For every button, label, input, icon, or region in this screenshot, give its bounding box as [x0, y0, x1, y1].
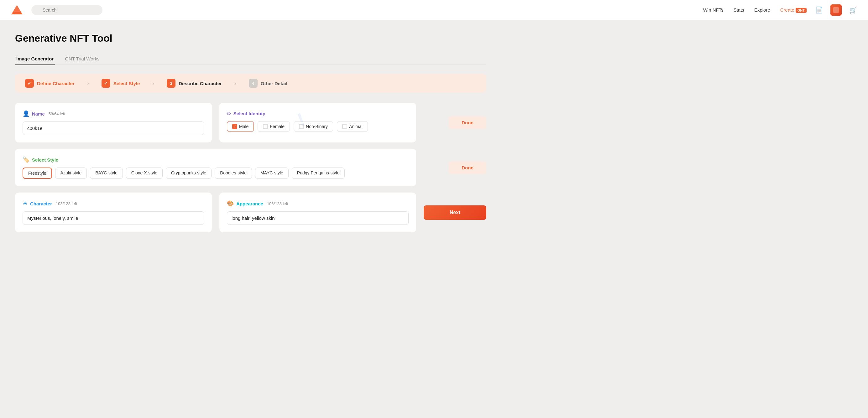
search-container: 🔍 [31, 5, 102, 15]
style-done-panel: Done [424, 149, 486, 186]
step-2-label: Select Style [114, 81, 140, 86]
next-panel: Next [424, 193, 486, 232]
style-pudgy[interactable]: Pudgy Penguins-style [292, 168, 345, 179]
nav-win-nfts[interactable]: Win NFTs [703, 7, 723, 12]
identity-card: ! ∞ Select Identity ✓ Male Female Non-Bi… [219, 103, 416, 142]
style-icon: 🏷️ [23, 156, 29, 163]
character-icon: ☀ [23, 200, 28, 207]
animal-checkbox[interactable] [342, 124, 347, 129]
character-header: ☀ Character 103/128 left [23, 200, 204, 207]
identity-icon: ∞ [227, 110, 231, 117]
page-title: Generative NFT Tool [15, 33, 486, 44]
step-1-label: Define Character [37, 81, 74, 86]
identity-done-panel: Done [424, 103, 486, 142]
appearance-icon: 🎨 [227, 200, 234, 207]
appearance-title: Appearance [236, 201, 263, 206]
char-appear-row: ☀ Character 103/128 left 🎨 Appearance 10… [15, 193, 486, 232]
name-input[interactable] [23, 121, 204, 135]
male-checkbox[interactable]: ✓ [232, 124, 237, 129]
next-button[interactable]: Next [424, 205, 486, 220]
nonbinary-label: Non-Binary [306, 124, 328, 129]
female-checkbox[interactable] [263, 124, 268, 129]
name-icon: 👤 [23, 110, 29, 117]
step-1-check: ✓ [25, 79, 34, 88]
identity-nonbinary[interactable]: Non-Binary [293, 121, 333, 132]
nav-icons: 📄 🛒 [814, 4, 858, 16]
step-2[interactable]: ✓ Select Style [101, 79, 140, 88]
appearance-header: 🎨 Appearance 106/128 left [227, 200, 409, 207]
name-card: 👤 Name 58/64 left [15, 103, 212, 142]
style-done-button[interactable]: Done [449, 161, 486, 174]
character-input[interactable] [23, 211, 204, 225]
name-counter: 58/64 left [49, 111, 65, 116]
style-row: 🏷️ Select Style Freestyle Azuki-style BA… [15, 149, 486, 186]
step-4[interactable]: 4 Other Detail [249, 79, 287, 88]
identity-title: Select Identity [234, 111, 266, 116]
name-title: Name [32, 111, 45, 116]
svg-rect-3 [833, 7, 839, 13]
name-header: 👤 Name 58/64 left [23, 110, 204, 117]
step-3[interactable]: 3 Describe Character [167, 79, 222, 88]
tab-gnt-trial-works[interactable]: GNT Trial Works [64, 53, 101, 65]
step-3-num: 3 [167, 79, 176, 88]
nav-create[interactable]: CreateGNT [780, 7, 807, 12]
identity-done-button[interactable]: Done [449, 116, 486, 129]
tabs: Image Generator GNT Trial Works [15, 53, 486, 65]
step-sep-1: › [87, 80, 89, 87]
tab-image-generator[interactable]: Image Generator [15, 53, 55, 65]
style-mayc[interactable]: MAYC-style [255, 168, 288, 179]
appearance-card: 🎨 Appearance 106/128 left [219, 193, 416, 232]
search-input[interactable] [31, 5, 102, 15]
name-identity-row: 👤 Name 58/64 left ! ∞ Select Identity ✓ … [15, 103, 486, 142]
style-doodles[interactable]: Doodles-style [215, 168, 252, 179]
style-cryptopunks[interactable]: Cryptopunks-style [166, 168, 212, 179]
steps-bar: ✓ Define Character › ✓ Select Style › 3 … [15, 74, 486, 93]
style-freestyle[interactable]: Freestyle [23, 168, 52, 179]
identity-header: ∞ Select Identity [227, 110, 409, 117]
character-card: ☀ Character 103/128 left [15, 193, 212, 232]
avatar[interactable] [830, 4, 842, 16]
step-3-label: Describe Character [179, 81, 222, 86]
cart-icon[interactable]: 🛒 [848, 5, 858, 15]
gnt-badge: GNT [796, 8, 807, 13]
step-1[interactable]: ✓ Define Character [25, 79, 74, 88]
step-2-check: ✓ [101, 79, 110, 88]
identity-options: ✓ Male Female Non-Binary Animal [227, 121, 409, 132]
nav-stats[interactable]: Stats [734, 7, 744, 12]
style-options: Freestyle Azuki-style BAYC-style Clone X… [23, 168, 409, 179]
style-title: Select Style [32, 157, 58, 163]
identity-animal[interactable]: Animal [337, 121, 368, 132]
nonbinary-checkbox[interactable] [299, 124, 304, 129]
style-bayc[interactable]: BAYC-style [90, 168, 123, 179]
logo[interactable] [10, 3, 24, 17]
document-icon[interactable]: 📄 [814, 5, 824, 15]
appearance-counter: 106/128 left [267, 201, 288, 206]
svg-rect-2 [13, 12, 21, 14]
style-card: 🏷️ Select Style Freestyle Azuki-style BA… [15, 149, 416, 186]
animal-label: Animal [349, 124, 363, 129]
nav-explore[interactable]: Explore [754, 7, 770, 12]
step-4-label: Other Detail [261, 81, 287, 86]
male-label: Male [239, 124, 248, 129]
style-clonex[interactable]: Clone X-style [126, 168, 163, 179]
nav-links: Win NFTs Stats Explore CreateGNT [703, 7, 807, 12]
step-sep-3: › [235, 80, 236, 87]
style-azuki[interactable]: Azuki-style [55, 168, 87, 179]
character-title: Character [30, 201, 52, 206]
female-label: Female [270, 124, 284, 129]
identity-male[interactable]: ✓ Male [227, 121, 254, 132]
character-counter: 103/128 left [56, 201, 77, 206]
style-header: 🏷️ Select Style [23, 156, 409, 163]
appearance-input[interactable] [227, 211, 409, 225]
identity-female[interactable]: Female [257, 121, 290, 132]
step-sep-2: › [152, 80, 154, 87]
step-4-num: 4 [249, 79, 257, 88]
